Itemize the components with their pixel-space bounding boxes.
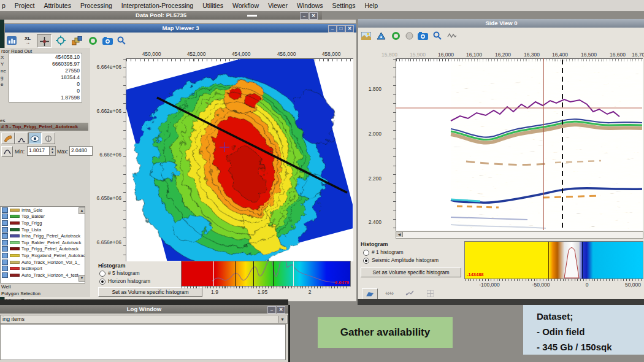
tree-item-polygon-selection[interactable]: Polygon Selection [1,291,40,296]
list-item[interactable]: Auto_Track_Horizon_4_test [1,272,85,279]
paintbrush-icon[interactable] [1,133,15,144]
list-item[interactable]: Top_Lista [1,226,85,233]
list-scroll-down[interactable]: ▼ [79,275,85,282]
horizon-list[interactable]: Intra_Sele Top_Balder Top_Frigg Top_List… [0,206,85,283]
sv-x-tick: 15,800 [381,52,397,58]
sv-histogram-option2[interactable]: Seismic Amplitude histogram [363,257,439,264]
combobox-dropdown-arrow[interactable]: ▼ [278,316,286,323]
list-scroll-up[interactable]: ▲ [79,207,85,214]
menu-item-project[interactable]: Project [15,2,35,9]
wiggle-trace-icon[interactable] [445,29,459,42]
layer-icon [2,207,8,213]
sv-set-volume-histogram-button[interactable]: Set as Volume specific histogram [361,268,461,277]
map-colorbar[interactable]: 2.0479 [181,261,351,287]
map-viewer-maximize-button[interactable]: □ [337,25,345,33]
layer-icon [2,220,8,226]
active-horizon-header[interactable]: # 5 - Top_Frigg_Petrel_Autotrack [0,123,88,131]
cubes-stack-icon[interactable] [70,34,83,47]
horizon-purple[interactable] [451,99,619,121]
window-bottom-edge [358,299,644,305]
data-pool-titlebar[interactable]: Data Pool: PL5735 – ✕ [0,11,322,20]
list-item[interactable]: Auto_Track_Horizon_Vol_1_ [1,259,85,266]
menu-item-viewer[interactable]: Viewer [268,2,288,9]
layer-icon [2,240,8,245]
menu-item-utilities[interactable]: Utilities [202,2,223,9]
map-viewer-close-button[interactable]: ✕ [345,25,354,33]
sv-histogram-option1[interactable]: # 1 histogram [363,249,404,256]
target-position-icon[interactable] [54,34,67,47]
menu-item-windows[interactable]: Windows [297,2,323,9]
map-histogram-option1[interactable]: # 5 histogram [99,270,140,277]
menu-item-partial[interactable]: p [2,2,6,9]
sv-colorbar[interactable]: -143488 [464,241,643,279]
snapshot-camera-icon[interactable] [101,34,114,47]
draw-tool-icon[interactable] [362,288,378,299]
menu-item-interpretation-processing[interactable]: Interpretation-Processing [121,2,193,9]
menu-item-processing[interactable]: Processing [80,2,112,9]
sv-histogram-title: Histogram [361,241,388,247]
menu-item-attributes[interactable]: Attributes [44,2,71,9]
min-value-input[interactable]: 1.8017 [27,146,50,156]
menu-item-workflow[interactable]: Workflow [232,2,259,9]
horizon-color-chip [10,267,20,270]
fraction-tool-icon[interactable]: ½½ [382,288,397,298]
list-item[interactable]: Top_Rogaland_Petrel_Autotrack [1,252,85,259]
list-item[interactable]: Top_Balder_Petrel_Autotrack [1,239,85,246]
list-item[interactable]: Intra_Sele [1,207,85,214]
contour-map[interactable] [126,59,353,261]
clipboard-icon[interactable] [42,133,55,144]
scroll-left-arrow[interactable]: ◀ [396,232,403,237]
sv-horizontal-scrollbar[interactable]: ◀ [396,231,643,239]
radio-icon[interactable] [363,250,369,256]
trend-tool-icon[interactable] [402,288,417,298]
map-y-tick: 6.656e+06 [91,239,121,245]
map-viewer-titlebar[interactable]: Map Viewer 3 – □ ✕ [5,24,356,33]
log-window-titlebar[interactable]: Log Window – ✕ [0,305,288,314]
menu-item-settings[interactable]: Settings [332,2,356,9]
map-colorbar-tick: 1.95 [258,289,268,295]
max-value-input[interactable]: 2.0480 [69,146,93,156]
radio-icon[interactable] [99,279,105,285]
zoom-magnifier-icon[interactable] [431,29,444,42]
cursor-crosshair-icon[interactable] [37,34,52,48]
log-content-area[interactable] [0,324,286,360]
zoom-magnifier-icon[interactable] [115,34,128,47]
triangle-tool-icon[interactable] [374,29,388,42]
image-export-icon[interactable] [359,29,373,42]
map-colorbar-tick: 1.9 [211,289,218,295]
visibility-eye-icon[interactable] [28,133,42,144]
menu-item-help[interactable]: Help [364,2,378,9]
list-item[interactable]: Top_Balder [1,214,85,220]
xl-crossline-icon[interactable]: XL → [21,34,34,47]
side-view-titlebar[interactable]: Side View 0 [358,19,644,28]
list-item[interactable]: testExport [1,265,85,272]
layer-icon [2,214,8,219]
horizon-color-chip [10,254,20,257]
map-set-volume-histogram-button[interactable]: Set as Volume specific histogram [98,287,202,297]
rotate-ring-icon[interactable] [86,34,99,47]
radio-icon[interactable] [99,271,105,277]
map-histogram-option2[interactable]: Horizon histogram [99,278,150,285]
map-viewer-minimize-button[interactable]: – [328,25,337,33]
radio-icon[interactable] [363,258,369,264]
tree-item-well[interactable]: Well [1,284,10,290]
wavelet-small-icon[interactable] [1,146,13,157]
list-item[interactable]: Intra_Frigg_Petrel_Autotrack [1,233,85,239]
sphere-icon[interactable] [402,29,416,42]
map-x-tick: 450,000 [142,51,161,57]
list-item[interactable]: Top_Frigg_Petrel_Autotrack [1,246,85,253]
wavelet-icon[interactable] [15,133,28,144]
log-filter-combobox[interactable]: ing items ▼ [0,315,288,324]
grid-tool-icon[interactable] [423,288,437,298]
log-window-minimize-button[interactable]: – [267,306,276,314]
data-pool-minimize-button[interactable]: – [300,12,309,20]
list-item[interactable]: Top_Frigg [1,220,85,226]
sv-x-tick: 16,300 [524,52,540,58]
log-window-close-button[interactable]: ✕ [277,306,285,314]
chart-view-icon[interactable] [5,34,18,47]
data-pool-close-button[interactable]: ✕ [309,12,318,20]
snapshot-camera-icon[interactable] [416,29,429,42]
min-spinner[interactable]: ▲▼ [49,146,56,156]
seismic-overlays [396,58,642,230]
rotate-ring-icon[interactable] [389,29,402,42]
